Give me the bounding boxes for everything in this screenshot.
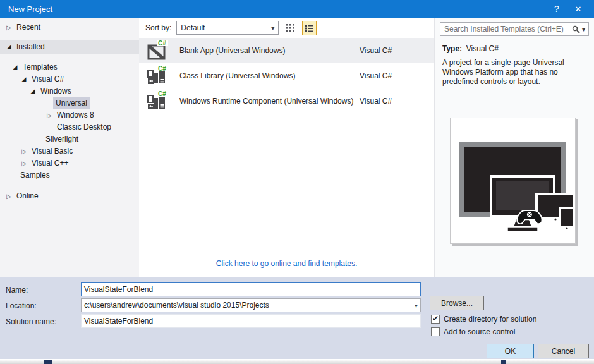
small-icons-view-button[interactable] (283, 21, 298, 35)
blank-app-icon: C# (147, 40, 168, 61)
expander-expanded-icon[interactable] (4, 40, 14, 54)
list-view-button[interactable] (302, 21, 317, 35)
template-description: A project for a single-page Universal Wi… (442, 58, 585, 87)
taskbar-fragment (501, 360, 506, 364)
create-directory-label: Create directory for solution (444, 315, 536, 324)
desktop-strip (0, 360, 594, 364)
template-list: C# Blank App (Universal Windows) Visual … (139, 38, 434, 114)
name-input[interactable]: VisualStateForBlend (81, 282, 421, 296)
list-item-class-library[interactable]: C# Class Library (Universal Windows) Vis… (139, 63, 434, 88)
devices-graphic (451, 118, 575, 243)
tree-item-windows[interactable]: Windows (0, 85, 139, 97)
online-templates-link-wrap: Click here to go online and find templat… (139, 259, 434, 277)
class-library-icon: C# (147, 65, 168, 87)
source-control-checkbox-row[interactable]: Add to source control (431, 327, 515, 336)
close-icon[interactable]: ✕ (567, 0, 589, 18)
help-icon[interactable]: ? (546, 0, 567, 18)
project-type-line: Type: Visual C# (442, 44, 499, 53)
search-options-chevron-icon[interactable] (582, 25, 585, 33)
template-language: Visual C# (360, 46, 416, 55)
template-language: Visual C# (360, 71, 416, 80)
type-value: Visual C# (466, 44, 499, 53)
runtime-component-icon: C# (147, 90, 168, 112)
source-control-label: Add to source control (444, 327, 515, 336)
template-name: Windows Runtime Component (Universal Win… (179, 97, 360, 106)
text-caret (154, 285, 154, 294)
name-label: Name: (6, 286, 28, 294)
tree-item-universal[interactable]: Universal (0, 97, 139, 109)
online-templates-link[interactable]: Click here to go online and find templat… (216, 259, 357, 268)
grid-view-icon (286, 23, 295, 33)
create-directory-checkbox[interactable] (431, 315, 440, 324)
list-item-windows-runtime-component[interactable]: C# Windows Runtime Component (Universal … (139, 88, 434, 114)
chevron-down-icon[interactable] (415, 301, 418, 310)
template-name: Blank App (Universal Windows) (179, 46, 360, 55)
tree-item-online[interactable]: Online (0, 190, 139, 202)
tree-item-windows8[interactable]: Windows 8 (0, 109, 139, 121)
expander-collapsed-icon[interactable] (4, 21, 14, 34)
source-control-checkbox[interactable] (431, 327, 440, 336)
expander-collapsed-icon[interactable] (44, 109, 54, 122)
expander-collapsed-icon[interactable] (4, 190, 14, 203)
ok-button[interactable]: OK (487, 344, 534, 358)
tree-item-recent[interactable]: Recent (0, 21, 139, 33)
template-list-pane: Sort by: Default (139, 18, 435, 277)
sort-by-value: Default (181, 23, 271, 32)
location-label: Location: (6, 301, 37, 310)
universal-devices-illustration (450, 118, 576, 244)
search-box[interactable] (440, 22, 589, 36)
taskbar-fragment (44, 360, 52, 364)
create-directory-checkbox-row[interactable]: Create directory for solution (431, 315, 536, 324)
tree-item-classic-desktop[interactable]: Classic Desktop (0, 121, 139, 133)
svg-text:C#: C# (158, 65, 166, 72)
new-project-dialog: New Project ? ✕ Recent Installed Templat… (0, 0, 594, 360)
template-name: Class Library (Universal Windows) (179, 71, 360, 80)
solution-name-label: Solution name: (6, 317, 56, 326)
project-settings-footer: Name: VisualStateForBlend Location: c:\u… (0, 277, 594, 360)
tree-item-samples[interactable]: Samples (0, 169, 139, 181)
tree-item-templates[interactable]: Templates (0, 61, 139, 73)
expander-expanded-icon[interactable] (10, 61, 20, 73)
svg-text:C#: C# (158, 90, 166, 97)
sort-by-dropdown[interactable]: Default (176, 21, 279, 35)
expander-expanded-icon[interactable] (19, 73, 29, 85)
list-view-icon (305, 23, 314, 33)
cancel-button[interactable]: Cancel (538, 344, 589, 358)
dialog-title: New Project (8, 4, 52, 14)
solution-name-input[interactable]: VisualStateForBlend (81, 314, 421, 328)
svg-text:C#: C# (158, 40, 166, 47)
tree-item-visual-csharp[interactable]: Visual C# (0, 73, 139, 85)
browse-button[interactable]: Browse... (430, 296, 484, 310)
template-language: Visual C# (360, 97, 416, 106)
search-icon[interactable] (572, 25, 580, 33)
template-details-pane: Type: Visual C# A project for a single-p… (435, 18, 594, 277)
type-label: Type: (442, 44, 462, 53)
tree-item-visual-cpp[interactable]: Visual C++ (0, 157, 139, 169)
tree-item-installed[interactable]: Installed (0, 40, 139, 54)
search-input[interactable] (440, 25, 572, 33)
template-category-tree: Recent Installed Templates Visual C# Win… (0, 18, 139, 277)
expander-collapsed-icon[interactable] (19, 145, 29, 158)
sort-by-label: Sort by: (145, 23, 171, 32)
list-item-blank-app[interactable]: C# Blank App (Universal Windows) Visual … (139, 38, 434, 63)
tree-item-visual-basic[interactable]: Visual Basic (0, 145, 139, 157)
location-combobox[interactable]: c:\users\andrew\documents\visual studio … (81, 298, 421, 312)
chevron-down-icon (271, 23, 274, 32)
title-bar: New Project ? ✕ (0, 0, 594, 18)
tree-item-silverlight[interactable]: Silverlight (0, 133, 139, 145)
expander-expanded-icon[interactable] (28, 85, 38, 97)
sort-bar: Sort by: Default (139, 18, 434, 38)
expander-collapsed-icon[interactable] (19, 157, 29, 170)
